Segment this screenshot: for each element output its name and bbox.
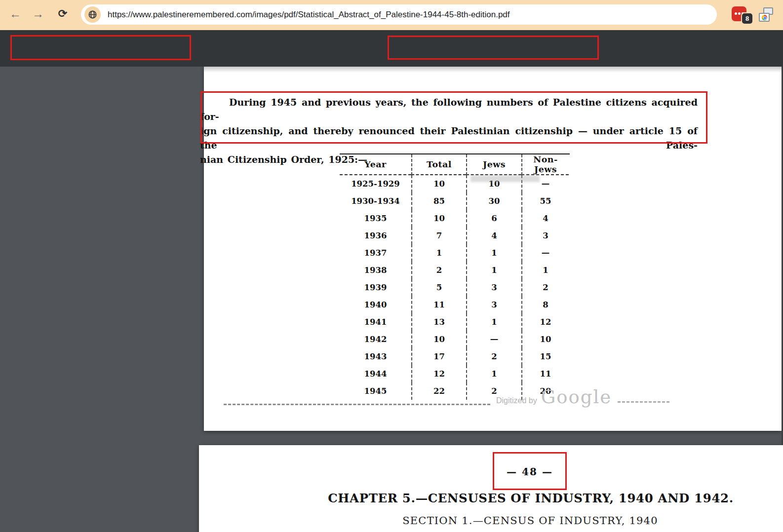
profile-windows-icon[interactable]: [759, 7, 773, 22]
table-cell: 22: [411, 382, 466, 400]
chrome-logo-icon: [762, 15, 767, 20]
table-cell: 1939: [340, 279, 411, 296]
table-cell: 30: [466, 192, 521, 210]
table-cell: 1925-1929: [340, 175, 411, 192]
table-cell: —: [521, 244, 569, 262]
table-cell: 12: [521, 313, 569, 331]
forward-button[interactable]: →: [30, 6, 46, 22]
table-cell: 4: [521, 210, 569, 227]
table-cell: 17: [411, 348, 466, 365]
url-text[interactable]: https://www.palestineremembered.com/imag…: [108, 10, 510, 20]
table-cell: 1945: [340, 382, 411, 400]
citizenship-table: Year Total Jews Non-Jews 1925-19291010—1…: [340, 153, 570, 400]
table-cell: —: [466, 331, 521, 348]
address-bar[interactable]: https://www.palestineremembered.com/imag…: [81, 4, 717, 25]
back-button[interactable]: ←: [7, 6, 23, 22]
table-cell: 4: [466, 227, 521, 244]
globe-icon: [88, 10, 97, 19]
table-cell: 6: [466, 210, 521, 227]
paragraph-line: ign citizenship, and thereby renounced t…: [200, 124, 698, 152]
table-cell: 1941: [340, 313, 411, 331]
table-cell: 10: [411, 175, 466, 192]
table-cell: 1936: [340, 227, 411, 244]
table-cell: 11: [521, 365, 569, 382]
watermark: Digitized by Google: [496, 386, 612, 408]
table-cell: 1: [466, 365, 521, 382]
table-cell: 15: [521, 348, 569, 365]
pdf-page-1: During 1945 and previous years, the foll…: [204, 67, 782, 431]
table-cell: 1937: [340, 244, 411, 262]
table-cell: 1942: [340, 331, 411, 348]
chapter-heading: CHAPTER 5.—CENSUSES OF INDUSTRY, 1940 AN…: [328, 491, 734, 505]
reload-button[interactable]: ⟳: [55, 6, 71, 22]
browser-window: ← → ⟳ https://www.palestineremembered.co…: [0, 0, 783, 532]
extension-dot: [738, 12, 741, 15]
table-cell: 1935: [340, 210, 411, 227]
table-cell: 3: [466, 296, 521, 313]
table-cell: 11: [411, 296, 466, 313]
table-cell: 3: [466, 279, 521, 296]
citizenship-table-rows: 1925-19291010—1930-193485305519351064193…: [340, 175, 570, 400]
scan-smudge: [470, 175, 540, 182]
pdf-page-2: — 48 — CHAPTER 5.—CENSUSES OF INDUSTRY, …: [199, 445, 783, 532]
watermark-brand: Google: [541, 386, 612, 408]
paragraph-line: During 1945 and previous years, the foll…: [200, 95, 698, 124]
table-cell: 2: [521, 279, 569, 296]
site-info-chip[interactable]: [84, 6, 101, 23]
column-header: Non-Jews: [521, 154, 569, 175]
table-cell: 1: [521, 262, 569, 279]
column-header: Total: [411, 154, 466, 175]
pdf-viewer-area[interactable]: During 1945 and previous years, the foll…: [0, 67, 783, 532]
table-cell: 1930-1934: [340, 192, 411, 210]
pdf-toolbar: Statistical Abstract of Palestine / 325 …: [0, 30, 783, 67]
browser-toolbar: ← → ⟳ https://www.palestineremembered.co…: [0, 0, 783, 30]
table-cell: 1: [466, 244, 521, 262]
printed-page-number: — 48 —: [507, 466, 553, 478]
table-cell: 8: [521, 296, 569, 313]
scan-artifact-line: [618, 401, 669, 403]
table-cell: 55: [521, 192, 569, 210]
table-cell: 10: [521, 331, 569, 348]
table-cell: 1943: [340, 348, 411, 365]
scan-artifact-line: [224, 404, 490, 405]
table-cell: 2: [411, 262, 466, 279]
extension-dot: [735, 12, 737, 15]
table-cell: 85: [411, 192, 466, 210]
table-cell: 1938: [340, 262, 411, 279]
extension-badge: 8: [742, 13, 752, 24]
table-cell: 5: [411, 279, 466, 296]
table-cell: 1940: [340, 296, 411, 313]
table-cell: 10: [411, 331, 466, 348]
table-cell: 12: [411, 365, 466, 382]
column-header: Year: [340, 154, 411, 175]
table-cell: 7: [411, 227, 466, 244]
table-cell: 10: [411, 210, 466, 227]
table-cell: 13: [411, 313, 466, 331]
table-cell: 1944: [340, 365, 411, 382]
page-shadow: [204, 67, 782, 73]
table-cell: 1: [466, 262, 521, 279]
section-heading: SECTION 1.—CENSUS OF INDUSTRY, 1940: [402, 515, 658, 527]
table-cell: 1: [411, 244, 466, 262]
watermark-prefix: Digitized by: [496, 396, 537, 405]
table-cell: 2: [466, 348, 521, 365]
table-cell: 3: [521, 227, 569, 244]
column-header: Jews: [466, 154, 521, 175]
table-cell: 1: [466, 313, 521, 331]
window-front-icon: [759, 13, 770, 22]
citizenship-table-header: Year Total Jews Non-Jews: [340, 153, 570, 175]
